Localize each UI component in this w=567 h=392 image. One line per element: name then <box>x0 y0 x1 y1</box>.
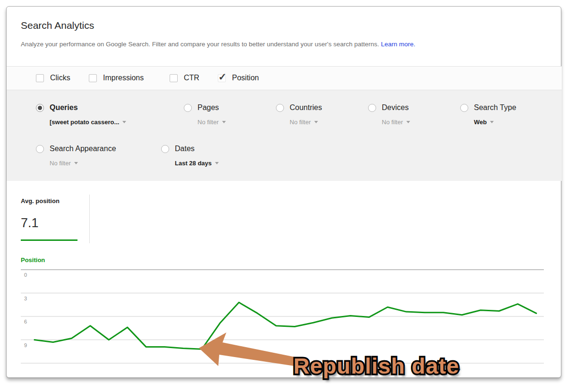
checkbox-impressions[interactable]: Impressions <box>89 74 144 82</box>
filter-value-text: Last 28 days <box>175 160 212 167</box>
dropdown-caret-icon <box>490 121 494 123</box>
radio-queries[interactable] <box>36 104 44 112</box>
filter-value-text: No filter <box>290 119 311 126</box>
learn-more-link[interactable]: Learn more. <box>381 41 415 48</box>
checkbox-label-clicks: Clicks <box>50 74 70 82</box>
filter-label-devices[interactable]: Devices <box>382 103 410 112</box>
filter-value-search-appearance[interactable]: No filter <box>50 160 116 167</box>
filter-search-appearance: Search AppearanceNo filter <box>36 145 116 167</box>
checked-checkbox-icon[interactable]: ✓ <box>218 74 226 82</box>
filter-value-text: No filter <box>198 119 219 126</box>
filter-dates: DatesLast 28 days <box>161 145 219 167</box>
radio-search-type[interactable] <box>460 104 468 112</box>
unchecked-checkbox-icon[interactable] <box>89 74 97 82</box>
metrics-toolbar: ClicksImpressionsCTR✓Position <box>7 66 562 90</box>
page-title: Search Analytics <box>21 20 94 31</box>
filter-label-queries[interactable]: Queries <box>50 103 126 112</box>
republish-arrow-icon <box>199 332 307 367</box>
filter-label-countries[interactable]: Countries <box>290 103 322 112</box>
search-analytics-card: Search Analytics Analyze your performanc… <box>6 6 561 378</box>
dropdown-caret-icon <box>215 162 219 164</box>
y-axis-label-0: 0 <box>24 272 27 278</box>
filter-label-pages[interactable]: Pages <box>198 103 226 112</box>
position-chart: 0369 <box>7 7 562 378</box>
filter-label-search-type[interactable]: Search Type <box>474 103 516 112</box>
filter-search-type: Search TypeWeb <box>460 103 516 126</box>
y-axis-label-3: 3 <box>24 296 27 301</box>
radio-countries[interactable] <box>276 104 284 112</box>
subtitle-text: Analyze your performance on Google Searc… <box>21 41 379 48</box>
checkbox-label-impressions: Impressions <box>103 74 144 82</box>
avg-position-label: Avg. position <box>21 197 60 205</box>
checkbox-label-ctr: CTR <box>184 74 199 82</box>
dropdown-caret-icon <box>406 121 410 123</box>
checkbox-ctr[interactable]: CTR <box>170 74 199 82</box>
filter-label-dates[interactable]: Dates <box>175 145 219 153</box>
checkbox-position[interactable]: ✓Position <box>218 74 259 82</box>
filter-devices: DevicesNo filter <box>368 103 410 126</box>
checkbox-label-position: Position <box>232 74 259 82</box>
unchecked-checkbox-icon[interactable] <box>170 74 178 82</box>
filter-value-text: No filter <box>382 119 403 126</box>
unchecked-checkbox-icon[interactable] <box>36 74 44 82</box>
checkbox-clicks[interactable]: Clicks <box>36 74 70 82</box>
filter-label-search-appearance[interactable]: Search Appearance <box>50 145 116 153</box>
republish-date-label: Republish date <box>293 353 459 379</box>
filter-value-search-type[interactable]: Web <box>474 119 516 126</box>
metric-underline <box>21 239 77 241</box>
dropdown-caret-icon <box>222 121 226 123</box>
avg-position-value: 7.1 <box>21 216 39 230</box>
dropdown-caret-icon <box>122 121 126 123</box>
radio-pages[interactable] <box>184 104 192 112</box>
dropdown-caret-icon <box>314 121 318 123</box>
filter-value-text: Web <box>474 119 487 126</box>
position-line-series[interactable] <box>34 302 536 349</box>
filter-value-text: [sweet potato cassero... <box>50 119 119 126</box>
filter-value-pages[interactable]: No filter <box>198 119 226 126</box>
y-axis-label-6: 6 <box>24 319 27 324</box>
filter-queries: Queries[sweet potato cassero... <box>36 103 126 126</box>
dropdown-caret-icon <box>74 162 78 164</box>
filter-value-queries[interactable]: [sweet potato cassero... <box>50 119 126 126</box>
radio-devices[interactable] <box>368 104 376 112</box>
filter-value-countries[interactable]: No filter <box>290 119 322 126</box>
filter-value-dates[interactable]: Last 28 days <box>175 160 219 167</box>
y-axis-label-9: 9 <box>24 342 27 348</box>
filter-panel: Queries[sweet potato cassero...PagesNo f… <box>7 90 562 181</box>
summary-divider <box>89 195 90 243</box>
filter-value-devices[interactable]: No filter <box>382 119 410 126</box>
chart-title: Position <box>21 256 45 264</box>
radio-dates[interactable] <box>161 145 169 153</box>
filter-value-text: No filter <box>50 160 71 167</box>
filter-countries: CountriesNo filter <box>276 103 322 126</box>
checkmark-icon: ✓ <box>218 72 227 82</box>
page-subtitle: Analyze your performance on Google Searc… <box>21 41 545 48</box>
radio-search-appearance[interactable] <box>36 145 44 153</box>
filter-pages: PagesNo filter <box>184 103 226 126</box>
